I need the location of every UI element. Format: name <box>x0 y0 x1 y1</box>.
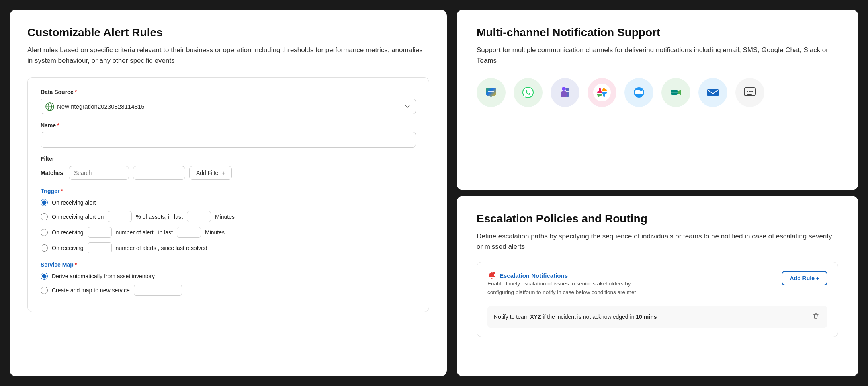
trigger-option-2-prefix: On receiving alert on <box>52 214 104 220</box>
escalation-card-header: Escalation Notifications Enable timely e… <box>487 271 827 303</box>
rule-prefix: Notify to team <box>494 314 528 320</box>
right-top-description: Support for multiple communication chann… <box>477 45 838 66</box>
svg-point-5 <box>492 91 494 92</box>
sms-icon <box>735 78 764 107</box>
filter-label: Filter <box>41 156 416 162</box>
add-rule-button[interactable]: Add Rule + <box>782 271 827 285</box>
delete-rule-button[interactable] <box>811 311 821 323</box>
trigger-percent-input[interactable] <box>108 211 132 222</box>
svg-point-31 <box>747 91 748 92</box>
service-map-option-2-label: Create and map to new service <box>52 287 130 294</box>
right-column: Multi-channel Notification Support Suppo… <box>457 10 858 376</box>
datasource-globe-icon <box>45 102 54 111</box>
filter-value-input[interactable] <box>133 166 185 180</box>
service-map-label: Service Map * <box>41 261 416 268</box>
required-star: * <box>75 89 77 95</box>
svg-point-34 <box>493 272 495 274</box>
trigger-option-3: On receiving number of alert , in last M… <box>41 227 416 238</box>
trigger-option-3-prefix: On receiving <box>52 229 84 236</box>
sms-svg <box>741 84 759 101</box>
trigger-label: Trigger * <box>41 188 416 194</box>
trigger-option-2-mid: % of assets, in last <box>136 214 183 220</box>
service-map-option-1: Derive automatically from asset inventor… <box>41 273 416 280</box>
add-filter-button[interactable]: Add Filter + <box>189 166 232 180</box>
filter-row: Matches Add Filter + <box>41 166 416 180</box>
trigger-radio-1[interactable] <box>41 199 48 206</box>
rule-team: XYZ <box>530 314 541 320</box>
service-map-option-1-label: Derive automatically from asset inventor… <box>52 273 155 279</box>
data-source-select[interactable]: NewIntegration20230828114815 <box>41 99 416 114</box>
slack-svg <box>593 84 611 101</box>
name-section: Name * <box>41 122 416 148</box>
slack-icon <box>588 78 616 107</box>
svg-point-9 <box>566 88 569 91</box>
data-source-wrapper: NewIntegration20230828114815 <box>41 99 416 114</box>
escalation-card: Escalation Notifications Enable timely e… <box>477 262 838 337</box>
right-bottom-panel: Escalation Policies and Routing Define e… <box>457 196 858 376</box>
svg-point-3 <box>488 91 490 92</box>
trigger-count-input[interactable] <box>88 227 112 238</box>
trigger-option-3-end: Minutes <box>205 229 225 236</box>
service-map-section: Service Map * Derive automatically from … <box>41 261 416 296</box>
rule-time: 10 mins <box>636 314 657 320</box>
svg-rect-28 <box>707 89 719 96</box>
channel-icons-grid <box>477 78 838 107</box>
trash-icon <box>812 312 819 320</box>
left-panel: Customizable Alert Rules Alert rules bas… <box>10 10 447 376</box>
trigger-option-1-label: On receiving alert <box>52 199 96 206</box>
email-svg <box>704 84 722 101</box>
meet-icon <box>661 78 690 107</box>
trigger-option-3-mid: number of alert , in last <box>116 229 173 236</box>
escalation-card-description: Enable timely escalation of issues to se… <box>487 280 640 296</box>
data-source-label: Data Source * <box>41 89 416 95</box>
trigger-option-2-end: Minutes <box>215 214 235 220</box>
svg-rect-24 <box>635 90 641 94</box>
whatsapp-icon <box>514 78 542 107</box>
right-bottom-title: Escalation Policies and Routing <box>477 212 838 226</box>
left-panel-title: Customizable Alert Rules <box>27 26 429 39</box>
filter-search-input[interactable] <box>69 166 129 180</box>
svg-rect-19 <box>597 94 602 96</box>
zoom-svg <box>630 84 648 101</box>
trigger-minutes-input-2[interactable] <box>177 227 201 238</box>
trigger-radio-4[interactable] <box>41 244 48 252</box>
gchat-icon <box>477 78 506 107</box>
service-map-required-star: * <box>75 261 77 268</box>
trigger-minutes-input-1[interactable] <box>187 211 211 222</box>
rule-middle: if the incident is not acknowledged in <box>542 314 634 320</box>
data-source-section: Data Source * NewIntegration202308281148… <box>41 89 416 114</box>
name-required-star: * <box>57 122 59 129</box>
trigger-option-1: On receiving alert <box>41 199 416 206</box>
trigger-option-4-mid: number of alerts , since last resolved <box>116 245 207 251</box>
right-top-panel: Multi-channel Notification Support Suppo… <box>457 10 858 190</box>
teams-svg <box>556 84 574 101</box>
teams-icon <box>551 78 579 107</box>
trigger-radio-2[interactable] <box>41 213 48 220</box>
trigger-required-star: * <box>61 188 63 194</box>
service-map-radio-1[interactable] <box>41 273 48 280</box>
svg-point-11 <box>562 87 566 91</box>
service-map-radio-2[interactable] <box>41 287 48 294</box>
escalation-card-title-area: Escalation Notifications Enable timely e… <box>487 271 640 303</box>
escalation-card-title: Escalation Notifications <box>487 271 640 280</box>
svg-point-33 <box>751 91 753 92</box>
service-map-name-input[interactable] <box>134 285 182 296</box>
svg-point-4 <box>490 91 492 92</box>
email-icon <box>698 78 727 107</box>
escalation-rule-text: Notify to team XYZ if the incident is no… <box>494 314 811 320</box>
escalation-rule-row: Notify to team XYZ if the incident is no… <box>487 306 827 328</box>
trigger-radio-3[interactable] <box>41 229 48 236</box>
matches-label: Matches <box>41 170 65 176</box>
right-bottom-description: Define escalation paths by specifying th… <box>477 231 838 253</box>
name-input[interactable] <box>41 132 416 148</box>
right-top-title: Multi-channel Notification Support <box>477 26 838 39</box>
trigger-since-input[interactable] <box>88 242 112 253</box>
svg-rect-12 <box>561 91 567 97</box>
svg-point-32 <box>749 91 751 92</box>
trigger-option-4-prefix: On receiving <box>52 245 84 251</box>
gchat-svg <box>482 84 500 101</box>
whatsapp-svg <box>519 84 537 101</box>
trigger-option-2: On receiving alert on % of assets, in la… <box>41 211 416 222</box>
trigger-option-4: On receiving number of alerts , since la… <box>41 242 416 253</box>
bell-alert-icon <box>487 271 496 280</box>
